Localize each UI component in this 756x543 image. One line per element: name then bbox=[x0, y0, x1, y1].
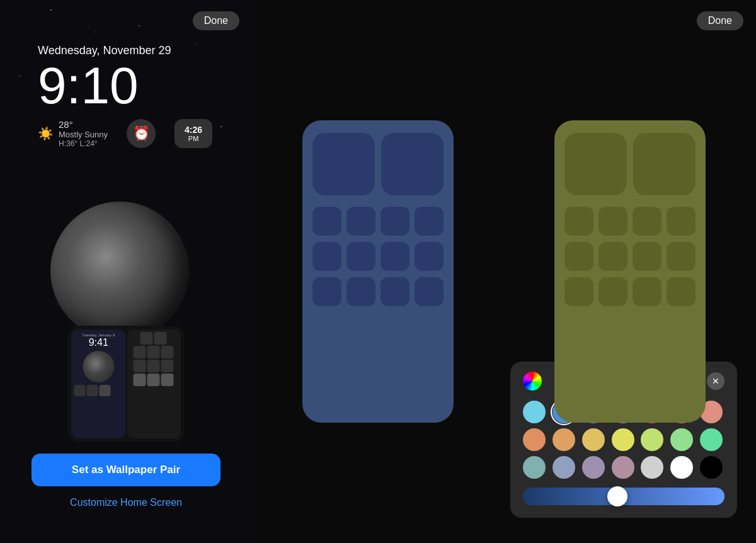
mini-app-icon bbox=[147, 374, 160, 386]
app-icon-small bbox=[312, 277, 341, 306]
phone-mini-moon bbox=[83, 351, 114, 382]
app-icon-small bbox=[633, 277, 662, 306]
app-icon-small bbox=[667, 207, 696, 236]
app-icon-small bbox=[381, 277, 410, 306]
phone-icon-row bbox=[129, 346, 178, 358]
app-icon-small bbox=[564, 277, 593, 306]
left-panel: Done Wednesday, November 29 9:10 ☀️ 28° … bbox=[0, 0, 252, 543]
app-icon-small bbox=[415, 242, 444, 271]
moon-image bbox=[50, 202, 189, 340]
set-wallpaper-pair-button[interactable]: Set as Wallpaper Pair bbox=[32, 454, 220, 486]
phone-icon-row bbox=[129, 360, 178, 372]
app-icon-large bbox=[312, 133, 375, 195]
app-icon-small bbox=[564, 207, 593, 236]
done-button-left[interactable]: Done bbox=[193, 11, 239, 30]
clock-widget: 4:26 PM bbox=[175, 119, 212, 148]
phone-home-preview bbox=[127, 329, 181, 438]
small-icon-grid-olive bbox=[564, 207, 696, 236]
customize-home-screen-button[interactable]: Customize Home Screen bbox=[70, 497, 182, 508]
small-icon-grid-blue bbox=[312, 277, 444, 306]
mini-app-icon bbox=[154, 332, 167, 345]
app-icon-small bbox=[312, 242, 341, 271]
app-icon-small bbox=[346, 242, 375, 271]
app-icon-small bbox=[598, 207, 627, 236]
mini-icon bbox=[87, 385, 98, 396]
moon-area bbox=[13, 189, 227, 340]
mini-app-icon bbox=[134, 346, 146, 358]
mini-app-icon bbox=[134, 360, 146, 372]
lock-date: Wednesday, November 29 bbox=[38, 44, 252, 57]
alarm-time: 4:26 bbox=[185, 125, 202, 135]
lock-weather: ☀️ 28° Mostly Sunny H:36° L:24° ⏰ 4:26 P… bbox=[38, 119, 252, 148]
app-icon-small bbox=[633, 207, 662, 236]
lock-screen-info: Wednesday, November 29 9:10 ☀️ 28° Mostl… bbox=[0, 44, 252, 154]
weather-hl: H:36° L:24° bbox=[59, 139, 108, 148]
phone-mini-icons bbox=[74, 385, 123, 396]
alarm-clock-widget: ⏰ bbox=[127, 119, 156, 148]
small-icon-grid-blue bbox=[312, 207, 444, 236]
done-button-right[interactable]: Done bbox=[697, 11, 743, 30]
mini-app-icon bbox=[140, 332, 153, 345]
blue-home-screen-panel: Choose Color ✕ bbox=[252, 0, 504, 543]
phone-icon-row bbox=[129, 374, 178, 386]
lock-time: 9:10 bbox=[38, 60, 252, 111]
phone-icon-row bbox=[129, 332, 178, 345]
weather-info: ☀️ 28° Mostly Sunny H:36° L:24° bbox=[38, 119, 108, 148]
mini-icon bbox=[100, 385, 111, 396]
mini-icon bbox=[74, 385, 86, 396]
app-icon-small bbox=[564, 242, 593, 271]
app-icon-small bbox=[633, 242, 662, 271]
phone-lock-preview: Tuesday, January 9 9:41 bbox=[72, 329, 126, 438]
mini-app-icon bbox=[147, 346, 160, 358]
app-icon-small bbox=[415, 277, 444, 306]
small-icon-grid-olive bbox=[564, 277, 696, 306]
large-icon-grid-olive bbox=[564, 133, 696, 195]
mini-app-icon bbox=[161, 360, 174, 372]
sun-icon: ☀️ bbox=[38, 126, 54, 141]
app-icon-large bbox=[633, 133, 696, 195]
small-icon-grid-blue bbox=[312, 242, 444, 271]
mini-app-icon bbox=[147, 360, 160, 372]
weather-text: 28° Mostly Sunny H:36° L:24° bbox=[59, 119, 108, 148]
olive-home-screen-preview bbox=[554, 120, 706, 423]
blue-home-screen-preview bbox=[302, 120, 454, 423]
app-icon-small bbox=[312, 207, 341, 236]
phone-mini-time: 9:41 bbox=[74, 337, 123, 348]
app-icon-large bbox=[564, 133, 627, 195]
mini-app-icon bbox=[161, 374, 174, 386]
alarm-icon: ⏰ bbox=[133, 125, 150, 142]
app-icon-small bbox=[598, 277, 627, 306]
large-icon-grid-blue bbox=[312, 133, 444, 195]
mini-app-icon bbox=[161, 346, 174, 358]
app-icon-small bbox=[381, 207, 410, 236]
app-icon-small bbox=[598, 242, 627, 271]
home-screens-area: Choose Color ✕ Done bbox=[252, 0, 756, 543]
app-icon-small bbox=[381, 242, 410, 271]
app-icon-small bbox=[346, 277, 375, 306]
olive-home-screen-panel: Done bbox=[504, 0, 756, 543]
small-icon-grid-olive bbox=[564, 242, 696, 271]
app-icon-small bbox=[346, 207, 375, 236]
alarm-period: PM bbox=[188, 135, 199, 142]
phone-thumbnail: Tuesday, January 9 9:41 bbox=[68, 326, 185, 442]
app-icon-small bbox=[667, 242, 696, 271]
app-icon-large bbox=[381, 133, 444, 195]
app-icon-small bbox=[415, 207, 444, 236]
weather-temp: 28° bbox=[59, 119, 108, 130]
weather-desc: Mostly Sunny bbox=[59, 130, 108, 139]
app-icon-small bbox=[667, 277, 696, 306]
mini-app-icon bbox=[134, 374, 146, 386]
